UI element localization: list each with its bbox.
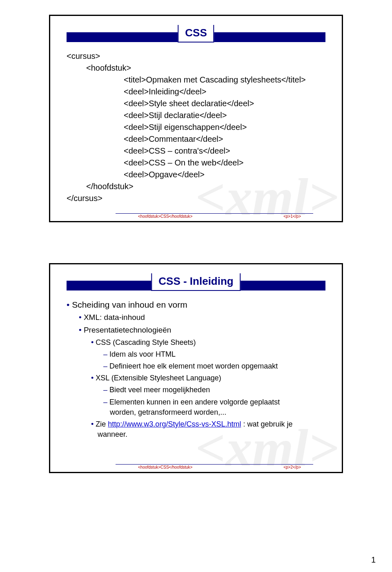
xml-line: </hoofdstuk> xyxy=(67,181,325,192)
footer-right: <p>1</p> xyxy=(283,214,301,219)
footer-left: <hoofdstuk>CSS</hoofdstuk> xyxy=(138,214,192,219)
bullet-text: worden, getransformeerd worden,... xyxy=(110,408,226,416)
bullet-item: Zie http://www.w3.org/Style/Css-vs-XSL.h… xyxy=(91,419,325,429)
xml-line: <hoofdstuk> xyxy=(67,62,325,74)
bullet-text: Scheiding van inhoud en vorm xyxy=(72,300,187,309)
footer-rule xyxy=(116,464,313,465)
bullet-text: CSS (Cascading Style Sheets) xyxy=(96,338,196,346)
xml-line: <deel>Stijl eigenschappen</deel> xyxy=(67,121,325,133)
bullet-item: XSL (Extensible Stylesheet Language) xyxy=(91,373,325,383)
bullet-item: XML: data-inhoud xyxy=(79,312,325,323)
bullet-item: Scheiding van inhoud en vorm xyxy=(67,299,325,311)
bullet-text: XSL (Extensible Stylesheet Language) xyxy=(96,374,221,382)
slide-title: CSS xyxy=(185,27,207,39)
page-number: 1 xyxy=(371,555,376,565)
bullet-text-post: : wat gebruik je xyxy=(241,420,292,428)
xml-line: <deel>Commentaar</deel> xyxy=(67,133,325,145)
slide-css-inleiding: <xml> CSS - Inleiding Scheiding van inho… xyxy=(49,263,343,473)
slide-title: CSS - Inleiding xyxy=(158,275,233,288)
slide-footer: <hoofdstuk>CSS</hoofdstuk> <p>2</p> xyxy=(67,464,325,465)
bullet-text: XML: data-inhoud xyxy=(84,313,145,322)
footer-right: <p>2</p> xyxy=(283,465,301,469)
xml-line: <deel>Opgave</deel> xyxy=(67,169,325,181)
bullet-item: CSS (Cascading Style Sheets) xyxy=(91,337,325,348)
bullet-text: wanneer. xyxy=(98,430,127,438)
css-vs-xsl-link[interactable]: http://www.w3.org/Style/Css-vs-XSL.html xyxy=(108,420,241,428)
xml-line: <deel>Stijl declaratie</deel> xyxy=(67,109,325,121)
xml-line: <deel>CSS – On the web</deel> xyxy=(67,157,325,169)
xml-line: <titel>Opmaken met Cascading stylesheets… xyxy=(67,74,325,86)
footer-rule xyxy=(116,213,313,214)
bullet-item: Presentatietechnologieën xyxy=(79,325,325,336)
bullet-text: Idem als voor HTML xyxy=(109,350,176,358)
bullet-text: Definieert hoe elk element moet worden o… xyxy=(109,362,278,370)
bullet-text: Elementen kunnen in een andere volgorde … xyxy=(109,398,280,406)
bullet-item: Definieert hoe elk element moet worden o… xyxy=(103,361,325,371)
title-tab: CSS xyxy=(178,25,214,42)
bullet-continuation: worden, getransformeerd worden,... xyxy=(110,407,325,418)
bullet-continuation: wanneer. xyxy=(98,429,325,440)
bullet-item: Biedt veel meer mogelijkheden xyxy=(103,385,325,395)
xml-line: <deel>Style sheet declaratie</deel> xyxy=(67,98,325,109)
xml-line: <cursus> xyxy=(67,50,325,62)
slide-header: CSS - Inleiding xyxy=(67,275,325,297)
slide-header: CSS xyxy=(67,27,325,49)
title-tab: CSS - Inleiding xyxy=(151,273,241,291)
bullet-text: Presentatietechnologieën xyxy=(84,326,171,334)
slide-body: <cursus> <hoofdstuk> <titel>Opmaken met … xyxy=(67,50,325,204)
xml-line: <deel>Inleiding</deel> xyxy=(67,86,325,98)
xml-line: </cursus> xyxy=(67,192,325,204)
slide-css-toc: <xml> CSS <cursus> <hoofdstuk> <titel>Op… xyxy=(49,15,343,222)
slide-footer: <hoofdstuk>CSS</hoofdstuk> <p>1</p> xyxy=(67,213,325,214)
xml-line: <deel>CSS – contra's</deel> xyxy=(67,145,325,157)
footer-left: <hoofdstuk>CSS</hoofdstuk> xyxy=(138,465,192,469)
bullet-item: Idem als voor HTML xyxy=(103,349,325,360)
slide-body: Scheiding van inhoud en vorm XML: data-i… xyxy=(67,299,325,440)
bullet-text-pre: Zie xyxy=(96,420,108,428)
bullet-item: Elementen kunnen in een andere volgorde … xyxy=(103,397,325,407)
bullet-text: Biedt veel meer mogelijkheden xyxy=(109,386,210,394)
